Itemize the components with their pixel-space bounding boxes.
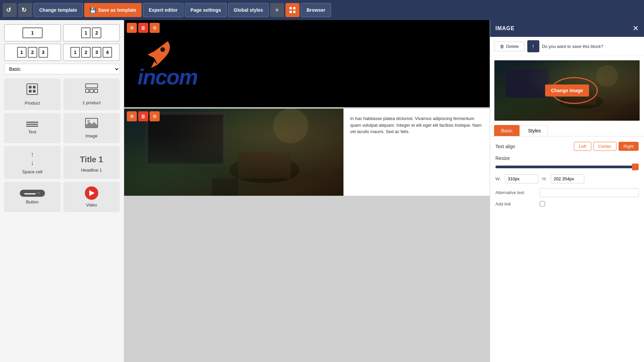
block2-image bbox=[124, 109, 343, 196]
svg-point-15 bbox=[160, 47, 165, 52]
block2-config-btn[interactable]: ⚙ bbox=[150, 111, 160, 121]
align-center-label: Center bbox=[598, 144, 611, 149]
change-image-overlay: Change image bbox=[545, 84, 589, 97]
upload-icon: ↑ bbox=[532, 43, 535, 50]
upload-button[interactable]: ↑ bbox=[527, 40, 539, 52]
cross-pattern-button[interactable]: ✕ bbox=[270, 3, 284, 17]
align-left-label: Left bbox=[579, 144, 586, 149]
layout-cell: 1 bbox=[70, 47, 80, 58]
logo-text: incom bbox=[138, 65, 197, 89]
layout-single[interactable]: 1 bbox=[4, 24, 61, 42]
block2-text: In hac habitasse platea dictumst. Vivamu… bbox=[343, 109, 490, 196]
grid-pattern-button[interactable] bbox=[285, 3, 300, 17]
panel-actions: 🗑 Delete ↑ Do you want to save this bloc… bbox=[490, 37, 644, 56]
component-button[interactable]: ▬▬▬ ☞ Button bbox=[4, 182, 61, 212]
component-spacecell[interactable]: ↑ ↓ Space cell bbox=[4, 146, 61, 179]
tab-styles[interactable]: Styles bbox=[521, 125, 548, 136]
panel-close-button[interactable]: ✕ bbox=[633, 24, 639, 33]
redo-button[interactable]: ↻ bbox=[18, 3, 32, 17]
save-as-template-label: Save as template bbox=[98, 7, 137, 13]
oneproduct-label: 1 product bbox=[83, 100, 101, 105]
svg-rect-17 bbox=[124, 109, 343, 196]
panel-content: Text align Left Center Right Resize bbox=[490, 136, 644, 362]
layout-cell: 1 bbox=[17, 47, 26, 58]
panel-header: IMAGE ✕ bbox=[490, 20, 644, 37]
align-center-button[interactable]: Center bbox=[593, 142, 616, 151]
headline-label: Headline 1 bbox=[81, 168, 102, 173]
layout-triple[interactable]: 1 2 3 bbox=[4, 44, 61, 61]
svg-point-29 bbox=[596, 65, 618, 87]
text-align-label: Text align bbox=[495, 144, 515, 149]
svg-rect-10 bbox=[86, 89, 89, 93]
height-label: H: bbox=[542, 176, 547, 181]
dimensions-row: W: H: bbox=[495, 174, 639, 183]
grid-icon bbox=[289, 7, 296, 13]
resize-slider[interactable] bbox=[495, 164, 639, 170]
svg-point-14 bbox=[87, 120, 90, 122]
expert-editor-button[interactable]: Expert editor bbox=[143, 3, 183, 17]
resize-slider-thumb[interactable] bbox=[632, 164, 639, 170]
component-video[interactable]: Video bbox=[63, 182, 120, 212]
svg-rect-1 bbox=[293, 7, 296, 9]
preview-image: Change image bbox=[494, 60, 640, 121]
interior-image bbox=[124, 109, 343, 196]
block1-settings-btn[interactable]: ⚙ bbox=[127, 23, 137, 33]
block1-config-btn[interactable]: ⚙ bbox=[150, 23, 160, 33]
right-panel: IMAGE ✕ 🗑 Delete ↑ Do you want to save t… bbox=[490, 20, 644, 362]
component-1product[interactable]: 1 product bbox=[63, 78, 120, 110]
component-headline[interactable]: Title 1 Headline 1 bbox=[63, 146, 120, 179]
save-as-template-button[interactable]: 💾 Save as template bbox=[84, 3, 142, 17]
global-styles-label: Global styles bbox=[234, 7, 263, 13]
tab-basic[interactable]: Basic bbox=[494, 125, 520, 136]
height-input[interactable] bbox=[551, 174, 584, 183]
undo-button[interactable]: ↺ bbox=[3, 3, 17, 17]
align-right-label: Right bbox=[624, 144, 634, 149]
svg-rect-19 bbox=[148, 115, 223, 163]
width-label: W: bbox=[495, 176, 501, 181]
layout-quad[interactable]: 1 2 3 4 bbox=[63, 44, 120, 61]
component-image[interactable]: Image bbox=[63, 113, 120, 143]
save-icon: 💾 bbox=[90, 7, 96, 13]
svg-rect-7 bbox=[29, 90, 32, 93]
image-icon bbox=[85, 118, 98, 131]
browser-button[interactable]: Browser bbox=[301, 3, 331, 17]
alt-text-input[interactable] bbox=[540, 188, 639, 197]
change-template-label: Change template bbox=[39, 7, 77, 13]
change-image-button[interactable]: Change image bbox=[545, 84, 589, 97]
svg-rect-3 bbox=[293, 11, 296, 13]
align-right-button[interactable]: Right bbox=[619, 142, 639, 151]
page-settings-button[interactable]: Page settings bbox=[185, 3, 227, 17]
block1-controls: ⚙ 🗑 ⚙ bbox=[127, 23, 160, 33]
width-input[interactable] bbox=[505, 174, 538, 183]
align-left-button[interactable]: Left bbox=[574, 142, 591, 151]
layout-cell: 1 bbox=[22, 27, 43, 38]
svg-rect-8 bbox=[33, 90, 36, 93]
layout-options: 1 1 2 1 2 3 1 2 3 4 bbox=[4, 24, 120, 61]
components-grid: Product 1 product bbox=[4, 78, 120, 212]
change-template-button[interactable]: Change template bbox=[34, 3, 83, 17]
delete-button[interactable]: 🗑 Delete bbox=[494, 42, 525, 51]
component-product[interactable]: Product bbox=[4, 78, 61, 110]
panel-image-preview: Change image bbox=[494, 60, 640, 121]
resize-section: Resize bbox=[495, 156, 639, 170]
component-text[interactable]: Text bbox=[4, 113, 61, 143]
layout-cell: 1 bbox=[81, 27, 91, 38]
svg-rect-0 bbox=[289, 7, 292, 9]
image-label: Image bbox=[86, 133, 98, 138]
svg-rect-21 bbox=[238, 152, 291, 178]
panel-tabs: Basic Styles bbox=[490, 125, 644, 136]
close-icon: ✕ bbox=[633, 24, 639, 33]
change-image-label: Change image bbox=[551, 88, 583, 93]
oneproduct-icon bbox=[85, 83, 98, 98]
layout-double[interactable]: 1 2 bbox=[63, 24, 120, 42]
browser-label: Browser bbox=[307, 7, 325, 13]
tab-styles-label: Styles bbox=[528, 128, 541, 133]
global-styles-button[interactable]: Global styles bbox=[228, 3, 269, 17]
page-settings-label: Page settings bbox=[191, 7, 221, 13]
add-link-checkbox[interactable] bbox=[540, 201, 545, 206]
block2-delete-btn[interactable]: 🗑 bbox=[138, 111, 148, 121]
trash-icon: 🗑 bbox=[500, 44, 504, 49]
block1-delete-btn[interactable]: 🗑 bbox=[138, 23, 148, 33]
block2-settings-btn[interactable]: ⚙ bbox=[127, 111, 137, 121]
category-dropdown[interactable]: Basic Advanced Custom bbox=[4, 64, 120, 74]
